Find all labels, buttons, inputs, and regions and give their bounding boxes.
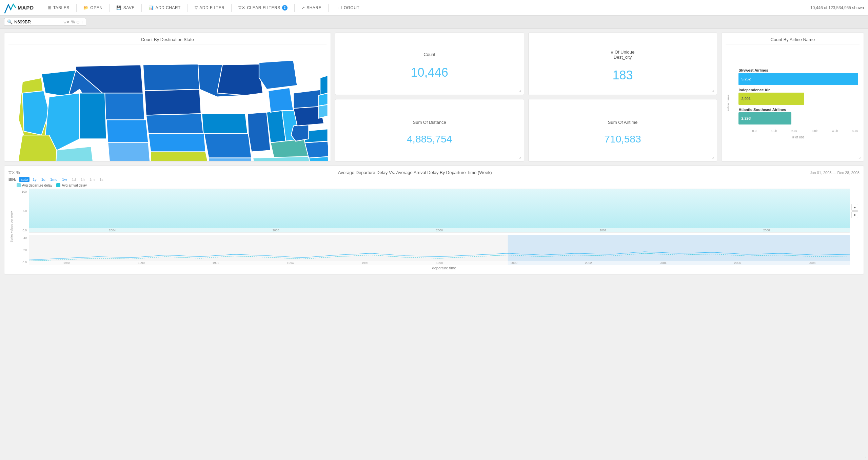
- unique-city-value: 183: [612, 68, 633, 82]
- open-label: OPEN: [90, 5, 102, 10]
- ts-date-range: Jun 01, 2003 — Dec 28, 2008: [810, 171, 860, 175]
- bar-label-1: Independence Air: [738, 88, 858, 92]
- ts-bin-1mo[interactable]: 1mo: [48, 177, 59, 182]
- bar-chart-container: airline name Skywest Airlines 5,252 Inde…: [722, 48, 864, 161]
- add-filter-button[interactable]: ▽ ADD FILTER: [191, 4, 228, 12]
- divider-7: [294, 4, 295, 12]
- clear-filter-icon: ▽✕: [238, 5, 245, 10]
- distance-resize[interactable]: ⌟: [519, 154, 521, 159]
- bar-row-0: Skywest Airlines 5,252: [738, 68, 858, 85]
- bar-x-axis: 0.0 1.0k 2.0k 3.0k 4.0k 5.0k: [738, 129, 858, 133]
- add-chart-button[interactable]: 📊 ADD CHART: [145, 4, 184, 12]
- ov-x-2008: 2008: [809, 261, 815, 265]
- ts-bin-auto[interactable]: auto: [19, 177, 29, 182]
- svg-marker-42: [319, 93, 328, 106]
- ts-y-0: 0.0: [17, 229, 27, 232]
- ts-ov-y-0: 0.0: [17, 261, 27, 264]
- ov-x-1992: 1992: [213, 261, 219, 265]
- ts-overview-svg: [29, 235, 850, 265]
- ov-x-2004: 2004: [659, 261, 666, 265]
- ts-main-chart[interactable]: 2004 2005 2006 2007 2008: [29, 189, 850, 233]
- svg-marker-20: [204, 134, 252, 158]
- svg-marker-28: [268, 88, 293, 112]
- tables-icon: ⊞: [48, 5, 52, 10]
- bar-track-0[interactable]: 5,252: [738, 73, 858, 85]
- ts-play-button[interactable]: ▶: [851, 204, 858, 211]
- x-2005: 2005: [273, 229, 279, 232]
- overview-selection: [508, 235, 850, 265]
- metrics-col-1: Count 10,446 ⌟ Sum Of Distance 4,885,754…: [335, 33, 524, 161]
- search-input[interactable]: [14, 19, 62, 24]
- ts-overview-x-labels: 1988 1990 1992 1994 1996 1998 2000 2002 …: [29, 261, 850, 265]
- logout-label: LOGOUT: [341, 5, 360, 10]
- svg-marker-23: [217, 64, 263, 95]
- add-chart-icon: 📊: [149, 5, 154, 10]
- svg-marker-19: [202, 114, 248, 134]
- ts-bin-1y[interactable]: 1y: [31, 177, 38, 182]
- share-icon: ↗: [301, 5, 305, 10]
- ts-stop-button[interactable]: ■: [851, 211, 858, 218]
- ov-x-1988: 1988: [63, 261, 70, 265]
- ts-overview-row: 40 20 0.0: [17, 235, 860, 265]
- map-container[interactable]: [4, 48, 331, 161]
- ts-filter-icon[interactable]: ▽✕: [8, 170, 15, 175]
- ts-legend-dot-0: [17, 183, 21, 187]
- ts-bin-label: BIN:: [8, 177, 16, 181]
- airtime-card-title: Sum Of Airtime: [604, 116, 642, 127]
- settings-icon[interactable]: ⊙: [76, 20, 80, 24]
- bar-value-2: 2,293: [741, 116, 751, 120]
- svg-marker-41: [320, 76, 328, 96]
- svg-marker-9: [80, 93, 106, 139]
- logo-icon: [4, 2, 16, 14]
- ts-bin-1s[interactable]: 1s: [98, 177, 105, 182]
- arrow-icon[interactable]: ↓: [81, 20, 83, 24]
- percent-icon[interactable]: %: [71, 20, 75, 24]
- ts-ov-y-20: 20: [17, 248, 27, 252]
- ts-overview-chart[interactable]: 1988 1990 1992 1994 1996 1998 2000 2002 …: [29, 235, 850, 265]
- bar-value-0: 5,252: [741, 77, 751, 81]
- ts-bin-1w[interactable]: 1w: [60, 177, 68, 182]
- clear-filters-button[interactable]: ▽✕ CLEAR FILTERS 2: [235, 3, 291, 12]
- ov-x-1990: 1990: [138, 261, 145, 265]
- map-resize-handle[interactable]: ⌟: [326, 154, 328, 159]
- add-filter-icon: ▽: [195, 5, 198, 10]
- tables-button[interactable]: ⊞ TABLES: [44, 4, 73, 12]
- ts-x-axis-label: departure time: [17, 266, 860, 270]
- x-tick-5: 5.0k: [852, 129, 858, 133]
- ts-chart-wrapper: Series values per week Avg departure del…: [8, 183, 860, 270]
- x-tick-0: 0.0: [752, 129, 756, 133]
- svg-marker-13: [144, 89, 201, 115]
- bar-row-1: Independence Air 2,901: [738, 88, 858, 105]
- bar-chart-resize[interactable]: ⌟: [859, 154, 861, 159]
- filter-count-badge: 2: [282, 5, 288, 11]
- distance-card: Sum Of Distance 4,885,754 ⌟: [335, 99, 524, 161]
- bar-track-1[interactable]: 2,901: [738, 93, 804, 105]
- filter-search-box[interactable]: 🔍 ▽✕ % ⊙ ↓: [4, 18, 86, 26]
- ts-y-50: 50: [17, 209, 27, 213]
- open-button[interactable]: 📂 OPEN: [80, 4, 106, 12]
- ts-percent-icon[interactable]: %: [16, 170, 20, 175]
- unique-city-resize[interactable]: ⌟: [712, 87, 714, 93]
- ts-bin-1d[interactable]: 1d: [70, 177, 77, 182]
- save-button[interactable]: 💾 SAVE: [113, 4, 138, 12]
- count-value: 10,446: [411, 65, 448, 80]
- ts-play-controls: ▶ ■: [851, 189, 860, 233]
- bar-track-2[interactable]: 2,293: [738, 112, 791, 124]
- ts-bin-1q[interactable]: 1q: [40, 177, 47, 182]
- open-icon: 📂: [83, 5, 89, 10]
- share-button[interactable]: ↗ SHARE: [298, 4, 325, 12]
- filter-icon[interactable]: ▽✕: [63, 20, 70, 24]
- logout-button[interactable]: → LOGOUT: [332, 4, 363, 12]
- ts-bin-1m[interactable]: 1m: [88, 177, 96, 182]
- clear-filters-label: CLEAR FILTERS: [247, 5, 280, 10]
- ts-charts-col: Avg departure delay Avg arrival delay 10…: [17, 183, 860, 270]
- ov-x-2000: 2000: [511, 261, 517, 265]
- svg-marker-43: [319, 104, 328, 118]
- ts-y-labels: 100 50 0.0: [17, 189, 27, 233]
- ts-bin-1h[interactable]: 1h: [79, 177, 86, 182]
- count-resize[interactable]: ⌟: [519, 87, 521, 93]
- bar-value-1: 2,901: [741, 97, 751, 101]
- airtime-resize[interactable]: ⌟: [712, 154, 714, 159]
- svg-marker-36: [305, 141, 328, 158]
- ts-legend-item-1: Avg arrival delay: [56, 183, 87, 187]
